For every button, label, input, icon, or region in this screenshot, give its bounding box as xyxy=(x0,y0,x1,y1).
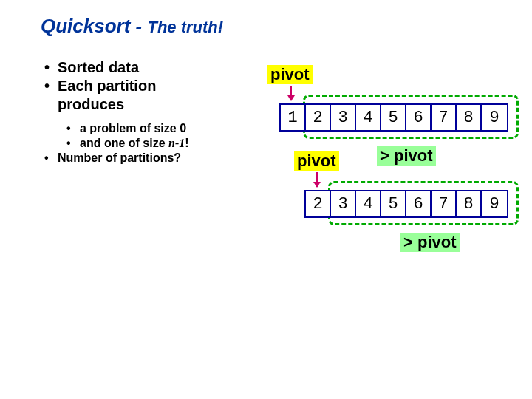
array-cell: 1 xyxy=(281,105,306,130)
array-cell: 5 xyxy=(381,191,406,216)
array-cell: 4 xyxy=(356,191,381,216)
title-sub: The truth! xyxy=(147,18,223,36)
array-cell: 6 xyxy=(406,191,432,216)
array-cell: 8 xyxy=(457,191,482,216)
bullet-2a: Each partition xyxy=(58,78,156,94)
array-cell: 7 xyxy=(432,191,457,216)
bullet-1: Sorted data xyxy=(58,59,139,75)
title-main: Quicksort - xyxy=(41,15,142,37)
array-cell: 7 xyxy=(432,105,457,130)
array-row-2: 23456789 xyxy=(304,190,508,218)
pivot-label-top: pivot xyxy=(267,65,313,84)
slide-title: Quicksort - The truth! xyxy=(41,15,223,38)
array-cell: 5 xyxy=(381,105,406,130)
array-cell: 6 xyxy=(406,105,432,130)
array-cell: 9 xyxy=(482,105,507,130)
sub-bullet-1: a problem of size 0 xyxy=(80,122,186,134)
array-cell: 9 xyxy=(482,191,507,216)
gt-pivot-label-1: > pivot xyxy=(377,146,436,166)
array-cell: 2 xyxy=(306,105,331,130)
pivot-label-2: pivot xyxy=(294,151,339,171)
array-cell: 3 xyxy=(331,105,356,130)
arrow-icon xyxy=(290,86,292,100)
gt-pivot-label-2: > pivot xyxy=(400,233,460,252)
sub-bullet-2c: ! xyxy=(185,137,188,149)
bullet-3: Number of partitions? xyxy=(58,151,181,164)
array-row-1: 123456789 xyxy=(279,103,508,132)
bullet-list: •Sorted data •Each partition produces •a… xyxy=(44,59,189,166)
arrow-icon xyxy=(316,172,318,187)
sub-bullet-2a: and one of size xyxy=(80,137,168,149)
array-cell: 8 xyxy=(457,105,482,130)
bullet-2b: produces xyxy=(58,96,124,112)
array-cell: 2 xyxy=(306,191,331,216)
sub-bullet-2b: n-1 xyxy=(168,137,185,149)
array-cell: 4 xyxy=(356,105,381,130)
array-cell: 3 xyxy=(331,191,356,216)
